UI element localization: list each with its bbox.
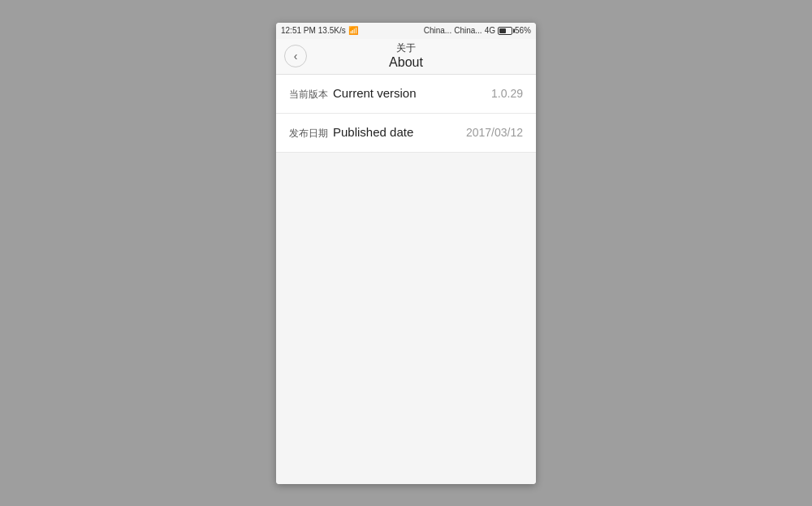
nav-bar: ‹ 关于 About — [276, 39, 536, 75]
phone-frame: 12:51 PM 13.5K/s 📶 China... China... 4G … — [276, 23, 536, 484]
date-label-cn: 发布日期 — [289, 127, 328, 141]
bluetooth-icon: 📶 — [348, 26, 358, 35]
content-area: 当前版本 Current version 1.0.29 发布日期 Publish… — [276, 75, 536, 484]
version-label-en: Current version — [333, 86, 417, 100]
back-chevron-icon: ‹ — [294, 50, 298, 63]
network-speed: 13.5K/s — [318, 26, 346, 35]
battery-fill — [499, 28, 506, 33]
time-display: 12:51 PM — [281, 26, 316, 35]
date-value: 2017/03/12 — [466, 126, 523, 139]
nav-title-block: 关于 About — [389, 42, 423, 70]
version-label-cn: 当前版本 — [289, 88, 328, 102]
status-bar: 12:51 PM 13.5K/s 📶 China... China... 4G … — [276, 23, 536, 39]
published-date-item: 发布日期 Published date 2017/03/12 — [276, 114, 536, 153]
current-version-item: 当前版本 Current version 1.0.29 — [276, 75, 536, 114]
version-label-block: 当前版本 Current version — [289, 86, 491, 102]
battery-percent: 56% — [515, 26, 531, 35]
network-type: 4G — [485, 26, 495, 35]
status-left: 12:51 PM 13.5K/s 📶 — [281, 26, 358, 35]
back-button[interactable]: ‹ — [284, 45, 307, 67]
nav-title-en: About — [389, 54, 423, 70]
version-value: 1.0.29 — [491, 87, 523, 100]
battery-body — [498, 27, 512, 35]
date-label-block: 发布日期 Published date — [289, 125, 466, 141]
carrier2: China... — [454, 26, 482, 35]
info-list: 当前版本 Current version 1.0.29 发布日期 Publish… — [276, 75, 536, 153]
status-right: China... China... 4G 56% — [424, 26, 531, 35]
date-label-en: Published date — [333, 125, 413, 139]
battery-icon — [498, 27, 512, 35]
nav-title-cn: 关于 — [389, 42, 423, 54]
carrier1: China... — [424, 26, 451, 35]
